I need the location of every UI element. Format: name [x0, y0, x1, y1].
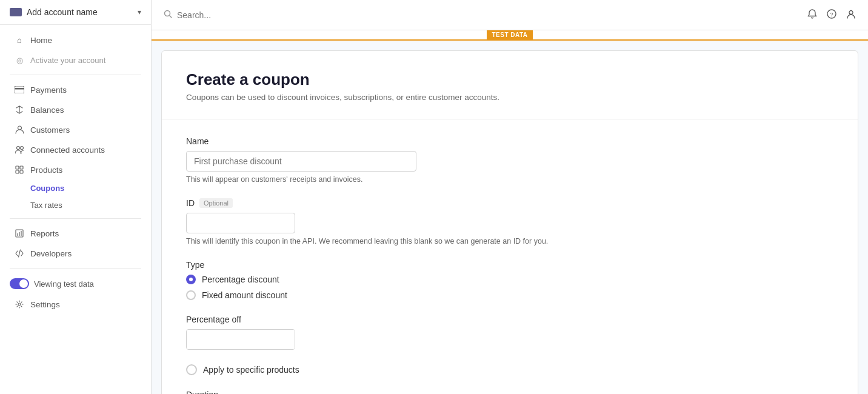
- sidebar-item-activate-label: Activate your account: [30, 56, 105, 65]
- reports-icon: [15, 229, 24, 238]
- apply-specific-group: Apply to specific products: [186, 364, 833, 375]
- type-radio-group: Percentage discount Fixed amount discoun…: [186, 275, 833, 300]
- svg-point-4: [20, 147, 23, 150]
- type-group: Type Percentage discount Fixed amount di…: [186, 260, 833, 300]
- test-data-bar: TEST DATA: [152, 30, 868, 41]
- sidebar-item-connected-accounts-label: Connected accounts: [30, 145, 105, 155]
- percentage-off-label: Percentage off: [186, 315, 833, 324]
- svg-point-19: [849, 10, 853, 14]
- activate-icon: ◎: [15, 55, 24, 65]
- chevron-down-icon: ▾: [138, 8, 141, 16]
- sidebar-item-developers-label: Developers: [30, 249, 72, 258]
- name-help: This will appear on customers' receipts …: [186, 175, 833, 184]
- sidebar: Add account name ▾ ⌂ Home ◎ Activate you…: [0, 0, 152, 394]
- percentage-off-group: Percentage off %: [186, 315, 833, 350]
- sidebar-nav: ⌂ Home ◎ Activate your account Payments …: [0, 25, 151, 394]
- sidebar-item-settings[interactable]: Settings: [5, 295, 146, 314]
- sidebar-item-balances[interactable]: Balances: [5, 100, 146, 119]
- account-selector[interactable]: Add account name ▾: [0, 0, 151, 25]
- connected-accounts-icon: [15, 145, 24, 155]
- svg-point-2: [18, 126, 21, 130]
- toggle-thumb: [19, 279, 28, 288]
- sidebar-item-home-label: Home: [30, 36, 52, 45]
- svg-rect-8: [20, 170, 23, 173]
- form-divider: [162, 119, 858, 119]
- main-content: ? TEST DATA Create a coupon Coupons can …: [152, 0, 868, 394]
- toggle-switch[interactable]: [10, 278, 29, 289]
- sidebar-item-home[interactable]: ⌂ Home: [5, 30, 146, 50]
- account-icon: [10, 8, 22, 16]
- account-name: Add account name: [27, 7, 133, 17]
- duration-label: Duration: [186, 390, 833, 394]
- percentage-radio[interactable]: [186, 275, 196, 284]
- sidebar-item-settings-label: Settings: [30, 300, 60, 309]
- divider-2: [10, 218, 141, 219]
- id-group: ID Optional This will identify this coup…: [186, 198, 833, 245]
- fixed-amount-option[interactable]: Fixed amount discount: [186, 290, 833, 300]
- notifications-icon[interactable]: [807, 9, 817, 21]
- id-input[interactable]: [186, 213, 295, 233]
- fixed-discount-label: Fixed amount discount: [202, 290, 287, 300]
- id-help: This will identify this coupon in the AP…: [186, 237, 833, 245]
- page-title: Create a coupon: [186, 70, 833, 89]
- percentage-discount-label: Percentage discount: [202, 275, 279, 284]
- sidebar-item-reports[interactable]: Reports: [5, 224, 146, 243]
- name-label: Name: [186, 136, 833, 146]
- sidebar-item-payments[interactable]: Payments: [5, 80, 146, 99]
- developers-icon: [15, 249, 24, 258]
- create-coupon-form: Create a coupon Coupons can be used to d…: [161, 50, 858, 394]
- apply-specific-circle[interactable]: [186, 364, 197, 375]
- svg-point-14: [18, 303, 21, 306]
- sidebar-item-tax-rates[interactable]: Tax rates: [5, 197, 146, 213]
- sidebar-item-products-label: Products: [30, 165, 62, 175]
- sidebar-item-products[interactable]: Products: [5, 160, 146, 179]
- svg-point-3: [16, 147, 19, 150]
- svg-text:?: ?: [830, 12, 833, 18]
- content-area: Create a coupon Coupons can be used to d…: [152, 41, 868, 394]
- svg-line-13: [19, 250, 21, 257]
- apply-specific-label: Apply to specific products: [203, 365, 299, 375]
- svg-rect-1: [15, 88, 24, 90]
- search-icon: [164, 10, 172, 20]
- fixed-radio[interactable]: [186, 290, 196, 300]
- search-input[interactable]: [177, 10, 800, 20]
- test-data-toggle[interactable]: Viewing test data: [0, 273, 151, 294]
- sidebar-item-coupons-label: Coupons: [30, 184, 64, 193]
- sidebar-item-activate[interactable]: ◎ Activate your account: [5, 50, 146, 70]
- help-icon[interactable]: ?: [827, 9, 836, 21]
- divider-1: [10, 75, 141, 75]
- svg-rect-7: [16, 170, 19, 173]
- percentage-off-input[interactable]: [187, 330, 295, 349]
- name-group: Name This will appear on customers' rece…: [186, 136, 833, 184]
- percentage-discount-option[interactable]: Percentage discount: [186, 275, 833, 284]
- topbar-icons: ?: [807, 9, 856, 21]
- sidebar-item-tax-rates-label: Tax rates: [30, 201, 62, 210]
- apply-specific-checkbox[interactable]: Apply to specific products: [186, 364, 833, 375]
- optional-badge: Optional: [199, 198, 233, 208]
- sidebar-item-reports-label: Reports: [30, 229, 59, 238]
- svg-rect-0: [15, 86, 24, 93]
- sidebar-item-connected-accounts[interactable]: Connected accounts: [5, 140, 146, 159]
- payments-icon: [15, 85, 24, 95]
- svg-rect-5: [16, 166, 19, 169]
- type-label: Type: [186, 260, 833, 270]
- duration-group: Duration: [186, 390, 833, 394]
- id-label: ID Optional: [186, 198, 833, 208]
- topbar: ?: [152, 0, 868, 30]
- user-icon[interactable]: [846, 9, 856, 21]
- divider-3: [10, 268, 141, 269]
- percentage-off-input-wrapper: %: [186, 329, 295, 350]
- svg-rect-6: [20, 166, 23, 169]
- sidebar-item-balances-label: Balances: [30, 105, 64, 115]
- search-container: [164, 10, 800, 20]
- name-input[interactable]: [186, 151, 416, 172]
- test-data-label: Viewing test data: [34, 279, 94, 289]
- sidebar-item-customers[interactable]: Customers: [5, 120, 146, 139]
- settings-icon: [15, 299, 24, 309]
- home-icon: ⌂: [15, 35, 24, 45]
- customers-icon: [15, 125, 24, 135]
- test-data-badge: TEST DATA: [487, 30, 532, 39]
- sidebar-item-coupons[interactable]: Coupons: [5, 180, 146, 196]
- sidebar-item-customers-label: Customers: [30, 125, 70, 135]
- sidebar-item-developers[interactable]: Developers: [5, 244, 146, 263]
